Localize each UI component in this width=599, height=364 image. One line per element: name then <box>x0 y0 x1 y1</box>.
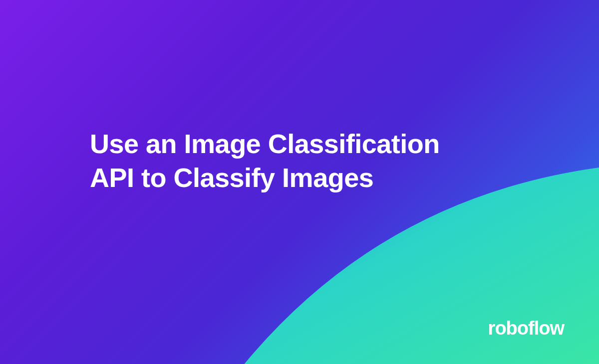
brand-logo: roboflow <box>488 318 564 339</box>
headline-line-1: Use an Image Classification <box>90 129 440 159</box>
hero-headline: Use an Image Classification API to Class… <box>90 127 440 194</box>
brand-name: roboflow <box>488 318 564 339</box>
headline-line-2: API to Classify Images <box>90 163 373 192</box>
hero-banner: Use an Image Classification API to Class… <box>0 0 599 364</box>
